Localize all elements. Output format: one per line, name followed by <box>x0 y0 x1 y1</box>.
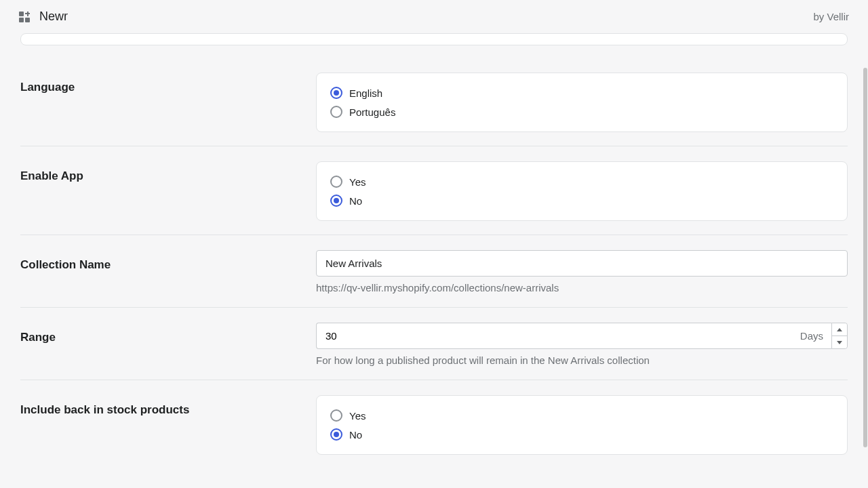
radio-label: Português <box>349 106 395 118</box>
app-grid-icon <box>19 12 30 22</box>
collection-name-input[interactable] <box>316 250 848 277</box>
section-range: Range Days For how long a published prod… <box>20 323 848 380</box>
section-enable-app: Enable App Yes No <box>20 161 848 235</box>
section-label-collection-name: Collection Name <box>20 250 302 293</box>
radio-icon <box>330 428 342 441</box>
radio-label: No <box>349 429 362 441</box>
radio-icon <box>330 176 342 188</box>
radio-language-english[interactable]: English <box>330 87 833 99</box>
collection-url-helper: https://qv-vellir.myshopify.com/collecti… <box>316 282 848 293</box>
app-header: Newr by Vellir <box>0 0 868 33</box>
section-label-range: Range <box>20 323 302 366</box>
radio-label: Yes <box>349 410 366 422</box>
section-back-in-stock: Include back in stock products Yes No <box>20 395 848 468</box>
card-back-in-stock: Yes No <box>316 395 848 455</box>
range-suffix: Days <box>792 323 831 349</box>
chevron-up-icon <box>837 328 842 331</box>
stepper-up-button[interactable] <box>832 323 847 336</box>
radio-icon <box>330 195 342 207</box>
radio-icon <box>330 106 342 118</box>
section-label-enable-app: Enable App <box>20 161 302 221</box>
radio-group-enable-app: Yes No <box>330 176 833 207</box>
scrollbar-thumb[interactable] <box>863 68 867 447</box>
scrollbar-track <box>863 0 868 488</box>
range-input-row: Days <box>316 323 848 349</box>
radio-enable-no[interactable]: No <box>330 195 833 207</box>
section-label-back-in-stock: Include back in stock products <box>20 395 302 455</box>
section-collection-name: Collection Name https://qv-vellir.myshop… <box>20 250 848 308</box>
radio-back-in-stock-yes[interactable]: Yes <box>330 409 833 422</box>
partial-card-top <box>20 33 848 45</box>
radio-back-in-stock-no[interactable]: No <box>330 428 833 441</box>
radio-icon <box>330 87 342 99</box>
card-enable-app: Yes No <box>316 161 848 221</box>
range-helper: For how long a published product will re… <box>316 354 848 366</box>
radio-icon <box>330 409 342 422</box>
main-content: Language English Português Enable App <box>0 33 868 468</box>
header-left: Newr <box>19 9 68 24</box>
radio-language-portugues[interactable]: Português <box>330 106 833 118</box>
section-language: Language English Português <box>20 73 848 146</box>
chevron-down-icon <box>837 341 842 344</box>
radio-group-back-in-stock: Yes No <box>330 409 833 441</box>
app-name: Newr <box>39 9 68 24</box>
app-by-line: by Vellir <box>813 11 849 22</box>
radio-label: Yes <box>349 176 366 188</box>
radio-label: English <box>349 87 382 99</box>
card-language: English Português <box>316 73 848 132</box>
stepper-down-button[interactable] <box>832 336 847 348</box>
radio-label: No <box>349 195 362 207</box>
range-stepper <box>831 323 848 349</box>
section-label-language: Language <box>20 73 302 132</box>
radio-enable-yes[interactable]: Yes <box>330 176 833 188</box>
radio-group-language: English Português <box>330 87 833 118</box>
range-input[interactable] <box>316 323 792 349</box>
